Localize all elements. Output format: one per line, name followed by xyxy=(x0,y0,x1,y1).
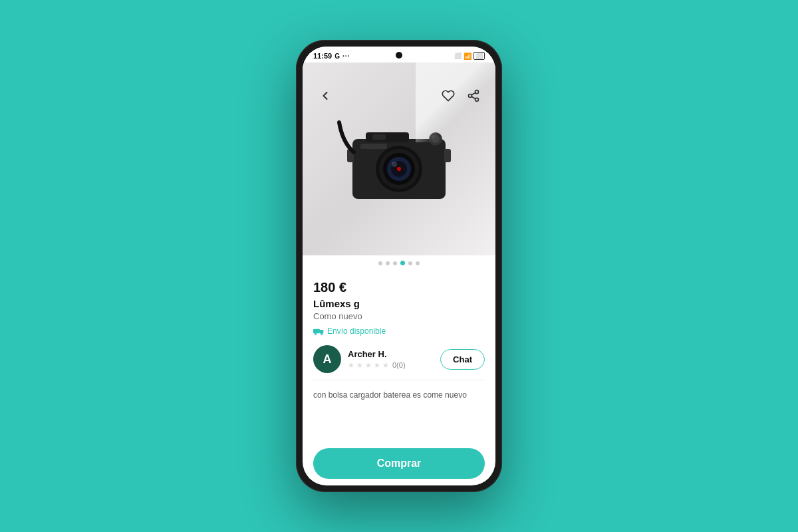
image-dots-indicator[interactable] xyxy=(303,255,495,271)
dot-4[interactable] xyxy=(400,261,405,265)
truck-icon xyxy=(313,327,324,335)
dot-1[interactable] xyxy=(378,261,382,265)
status-signal-dots: ··· xyxy=(342,53,350,60)
status-carrier: G xyxy=(334,53,340,60)
dot-2[interactable] xyxy=(386,261,390,265)
shipping-badge: Envío disponible xyxy=(313,327,485,336)
svg-point-13 xyxy=(397,167,401,171)
buy-button[interactable]: Comprar xyxy=(313,448,485,479)
favorite-button[interactable] xyxy=(440,87,457,104)
rating-row: ★ ★ ★ ★ ★ 0(0) xyxy=(348,361,434,370)
screenshot-icon: ⬜ xyxy=(454,53,462,59)
seller-name: Archer H. xyxy=(348,349,434,359)
status-bar: 11:59 G ··· ⬜ 📶 ⬜ xyxy=(303,47,495,63)
phone-screen: 11:59 G ··· ⬜ 📶 ⬜ xyxy=(303,47,495,485)
shipping-label: Envío disponible xyxy=(327,327,386,336)
star-4: ★ xyxy=(374,361,380,370)
product-description: con bolsa cargador baterea es come nuevo xyxy=(313,390,485,401)
product-details: 180 € Lûmexs g Como nuevo Envío disponib… xyxy=(303,271,495,443)
star-1: ★ xyxy=(348,361,354,370)
chat-button[interactable]: Chat xyxy=(440,349,485,370)
seller-avatar[interactable]: A xyxy=(313,345,341,373)
status-icons: ⬜ 📶 ⬜ xyxy=(454,52,485,60)
camera-notch xyxy=(396,52,402,59)
wifi-icon: 📶 xyxy=(464,53,471,60)
svg-rect-20 xyxy=(313,329,320,334)
svg-rect-19 xyxy=(372,134,386,140)
svg-point-23 xyxy=(321,332,323,334)
dot-5[interactable] xyxy=(408,261,412,265)
product-title: Lûmexs g xyxy=(313,298,485,309)
star-3: ★ xyxy=(365,361,372,370)
dot-6[interactable] xyxy=(416,261,420,265)
dot-3[interactable] xyxy=(393,261,397,265)
product-condition: Como nuevo xyxy=(313,311,485,321)
product-image-container xyxy=(303,63,495,255)
status-time: 11:59 xyxy=(313,52,332,60)
share-button[interactable] xyxy=(465,87,482,104)
seller-info: Archer H. ★ ★ ★ ★ ★ 0(0) xyxy=(348,349,434,370)
back-button[interactable] xyxy=(316,86,334,105)
star-2: ★ xyxy=(356,361,363,370)
svg-point-22 xyxy=(315,332,317,334)
svg-line-3 xyxy=(471,96,475,98)
star-5: ★ xyxy=(382,361,389,370)
svg-line-4 xyxy=(471,92,475,94)
battery-icon: ⬜ xyxy=(473,52,485,60)
rating-count: 0(0) xyxy=(392,361,406,369)
phone-frame: 11:59 G ··· ⬜ 📶 ⬜ xyxy=(296,40,502,492)
svg-rect-16 xyxy=(444,149,451,162)
svg-point-12 xyxy=(392,162,397,167)
svg-rect-14 xyxy=(360,144,387,149)
svg-rect-6 xyxy=(366,132,409,142)
seller-section: A Archer H. ★ ★ ★ ★ ★ 0(0) Chat xyxy=(313,345,485,380)
product-price: 180 € xyxy=(313,280,485,295)
image-nav xyxy=(309,86,489,105)
